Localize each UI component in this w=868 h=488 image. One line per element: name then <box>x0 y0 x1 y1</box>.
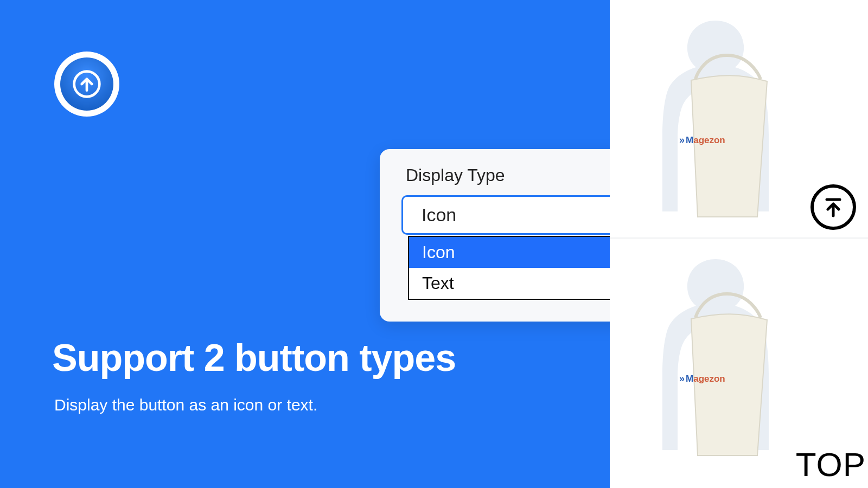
brand-label: ››Magezon <box>679 134 725 146</box>
display-type-card: Display Type Icon Icon Text <box>380 149 629 322</box>
left-panel: Display Type Icon Icon Text Support 2 bu… <box>0 0 610 488</box>
promo-slide: Display Type Icon Icon Text Support 2 bu… <box>0 0 868 488</box>
display-type-label: Display Type <box>380 165 629 195</box>
preview-tile-text: ››Magezon TOP <box>610 239 868 488</box>
brand-label: ››Magezon <box>679 373 725 384</box>
slide-subhead: Display the button as an icon or text. <box>54 396 317 414</box>
arrow-up-circle-icon <box>60 57 113 111</box>
product-silhouette <box>626 249 810 477</box>
scroll-top-text-button[interactable]: TOP <box>796 445 866 484</box>
option-icon[interactable]: Icon <box>409 237 629 268</box>
arrow-up-bar-icon <box>821 195 845 219</box>
slide-headline: Support 2 button types <box>52 336 456 380</box>
scroll-top-icon-button[interactable] <box>810 184 856 230</box>
display-type-select[interactable]: Icon <box>401 195 629 235</box>
app-logo <box>54 52 119 117</box>
product-silhouette <box>626 11 810 239</box>
preview-column: ››Magezon ››Magezon TOP <box>610 0 868 488</box>
option-text[interactable]: Text <box>409 268 629 299</box>
display-type-options: Icon Text <box>408 236 629 300</box>
preview-tile-icon: ››Magezon <box>610 0 868 239</box>
